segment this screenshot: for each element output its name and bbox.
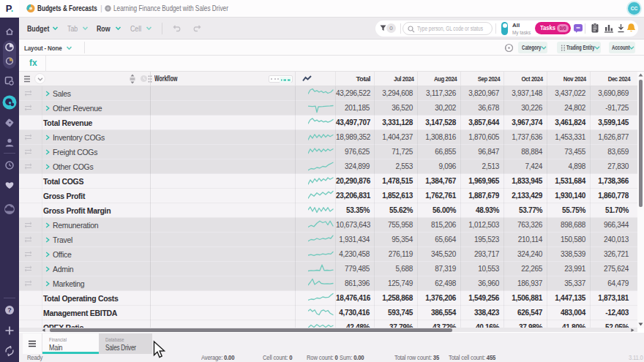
svg-text:?: ?	[7, 306, 12, 314]
